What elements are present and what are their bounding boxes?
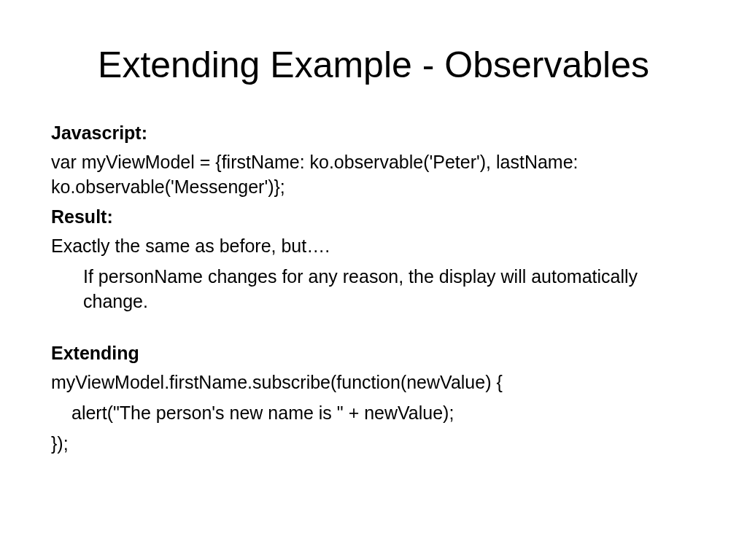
slide-content: Javascript: var myViewModel = {firstName… [51,121,696,456]
extending-code-line1: myViewModel.firstName.subscribe(function… [51,370,696,395]
section-label-result: Result: [51,205,696,230]
section-label-extending: Extending [51,341,696,366]
javascript-code: var myViewModel = {firstName: ko.observa… [51,150,696,200]
extending-code-line3: }); [51,432,696,456]
section-label-javascript: Javascript: [51,121,696,146]
extending-code-line2: alert("The person's new name is " + newV… [51,401,696,426]
slide-title: Extending Example - Observables [51,44,696,86]
result-line1: Exactly the same as before, but…. [51,234,696,259]
result-line2: If personName changes for any reason, th… [51,265,696,314]
